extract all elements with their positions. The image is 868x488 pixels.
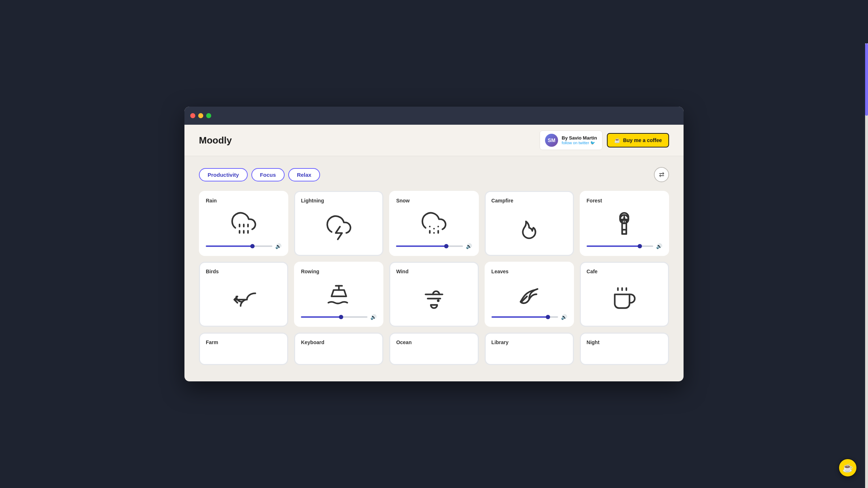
filter-relax[interactable]: Relax	[288, 168, 320, 181]
maximize-button[interactable]	[206, 113, 211, 118]
author-badge: SM By Savio Martin follow on twitter 🐦	[540, 130, 603, 150]
card-label-rowing: Rowing	[301, 269, 319, 274]
card-campfire[interactable]: Campfire	[485, 191, 574, 256]
card-icon-cafe	[587, 277, 662, 320]
card-library[interactable]: Library	[485, 333, 574, 365]
volume-slider-snow[interactable]	[396, 245, 463, 247]
card-leaves[interactable]: Leaves 🔊	[485, 262, 574, 327]
traffic-lights	[190, 113, 211, 118]
card-wind[interactable]: Wind	[389, 262, 478, 327]
card-night[interactable]: Night	[580, 333, 669, 365]
header: Moodly SM By Savio Martin follow on twit…	[184, 125, 684, 156]
avatar: SM	[545, 134, 558, 147]
card-icon-campfire	[492, 206, 567, 249]
app-window: Moodly SM By Savio Martin follow on twit…	[184, 107, 684, 381]
volume-slider-forest[interactable]	[587, 245, 653, 247]
sounds-grid: Rain 🔊	[199, 191, 669, 365]
filter-productivity[interactable]: Productivity	[199, 168, 248, 181]
coffee-float-button[interactable]: ☕	[838, 458, 857, 477]
filter-focus[interactable]: Focus	[251, 168, 285, 181]
filters-bar: Productivity Focus Relax ⇄	[199, 167, 669, 182]
volume-slider-leaves[interactable]	[492, 316, 558, 318]
minimize-button[interactable]	[198, 113, 203, 118]
card-label-library: Library	[492, 339, 509, 345]
volume-icon-forest: 🔊	[656, 243, 662, 249]
card-label-ocean: Ocean	[396, 339, 412, 345]
card-birds[interactable]: Birds	[199, 262, 288, 327]
card-icon-lightning	[301, 206, 376, 249]
card-label-wind: Wind	[396, 269, 408, 274]
card-label-cafe: Cafe	[587, 269, 597, 274]
card-keyboard[interactable]: Keyboard	[294, 333, 383, 365]
svg-point-15	[438, 300, 439, 301]
card-label-leaves: Leaves	[492, 269, 509, 274]
card-icon-forest	[587, 206, 662, 240]
card-controls-snow: 🔊	[396, 243, 472, 249]
titlebar	[184, 107, 684, 125]
card-icon-rain	[206, 206, 281, 240]
card-cafe[interactable]: Cafe	[580, 262, 669, 327]
shuffle-button[interactable]: ⇄	[654, 167, 669, 182]
coffee-btn-label: Buy me a coffee	[623, 137, 662, 143]
card-icon-rowing	[301, 277, 376, 311]
volume-icon-snow: 🔊	[466, 243, 472, 249]
card-forest[interactable]: Forest	[580, 191, 669, 256]
close-button[interactable]	[190, 113, 195, 118]
card-controls-rowing: 🔊	[301, 314, 376, 320]
card-label-night: Night	[587, 339, 600, 345]
card-label-lightning: Lightning	[301, 198, 324, 204]
card-label-keyboard: Keyboard	[301, 339, 324, 345]
card-label-birds: Birds	[206, 269, 219, 274]
volume-slider-rowing[interactable]	[301, 316, 367, 318]
card-lightning[interactable]: Lightning	[294, 191, 383, 256]
card-ocean[interactable]: Ocean	[389, 333, 478, 365]
card-controls-forest: 🔊	[587, 243, 662, 249]
card-label-campfire: Campfire	[492, 198, 514, 204]
author-info: By Savio Martin follow on twitter 🐦	[562, 135, 597, 145]
card-icon-leaves	[492, 277, 567, 311]
svg-rect-12	[622, 230, 627, 234]
coffee-icon: ☕	[614, 137, 620, 143]
card-snow[interactable]: Snow 🔊	[389, 191, 478, 256]
volume-icon-rowing: 🔊	[370, 314, 376, 320]
author-follow[interactable]: follow on twitter 🐦	[562, 141, 597, 145]
header-right: SM By Savio Martin follow on twitter 🐦 ☕…	[540, 130, 669, 150]
card-icon-wind	[396, 277, 472, 320]
card-icon-snow	[396, 206, 472, 240]
volume-icon-rain: 🔊	[275, 243, 281, 249]
card-rain[interactable]: Rain 🔊	[199, 191, 288, 256]
buy-coffee-button[interactable]: ☕ Buy me a coffee	[607, 133, 669, 147]
author-name: By Savio Martin	[562, 135, 597, 141]
card-label-farm: Farm	[206, 339, 218, 345]
main-content: Productivity Focus Relax ⇄ Rain	[184, 156, 684, 381]
card-icon-birds	[206, 277, 281, 320]
filter-pills: Productivity Focus Relax	[199, 168, 320, 181]
volume-slider-rain[interactable]	[206, 245, 272, 247]
card-farm[interactable]: Farm	[199, 333, 288, 365]
card-label-rain: Rain	[206, 198, 217, 204]
volume-icon-leaves: 🔊	[561, 314, 567, 320]
card-rowing[interactable]: Rowing	[294, 262, 383, 327]
shuffle-icon: ⇄	[659, 171, 664, 179]
content-area: Moodly SM By Savio Martin follow on twit…	[184, 125, 684, 381]
app-title: Moodly	[199, 135, 232, 146]
card-controls-leaves: 🔊	[492, 314, 567, 320]
card-label-forest: Forest	[587, 198, 602, 204]
card-label-snow: Snow	[396, 198, 409, 204]
card-controls-rain: 🔊	[206, 243, 281, 249]
